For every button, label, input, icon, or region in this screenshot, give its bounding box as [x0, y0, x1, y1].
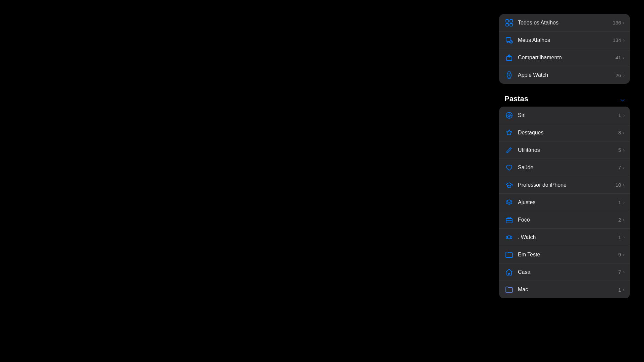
- folder-count-siri: 1: [618, 112, 621, 118]
- wrench-icon: [504, 145, 514, 155]
- share-icon: [504, 53, 514, 62]
- folder-count-casa: 7: [618, 269, 621, 275]
- folder-label-siri: Siri: [518, 112, 618, 118]
- chevron-icon-foco: ›: [623, 217, 625, 222]
- svg-rect-26: [508, 236, 511, 239]
- folder-count-professor-iphone: 10: [615, 182, 621, 188]
- folder-count-em-teste: 9: [618, 252, 621, 257]
- folder-count-watch: 1: [618, 234, 621, 240]
- pastas-header: Pastas ⌵: [499, 90, 630, 107]
- chevron-icon-meus: ›: [623, 38, 625, 43]
- folder-label-ajustes: Ajustes: [518, 199, 618, 205]
- chevron-icon-todos: ›: [623, 20, 625, 25]
- chevron-icon-apple-watch: ›: [623, 73, 625, 78]
- chevron-icon-saude: ›: [623, 165, 625, 170]
- chevron-icon-utilitarios: ›: [623, 147, 625, 153]
- folder-mac-icon: [504, 285, 514, 294]
- chevron-icon-em-teste: ›: [623, 252, 625, 257]
- category-item-compartilhamento[interactable]: Compartilhamento 41 ›: [499, 49, 630, 66]
- svg-rect-1: [510, 19, 513, 22]
- folder-item-utilitarios[interactable]: Utilitários 5 ›: [499, 141, 630, 159]
- siri-icon: [504, 111, 514, 120]
- category-section: Todos os Atalhos 136 › Meus Atalhos 134 …: [499, 14, 630, 84]
- svg-rect-12: [508, 77, 511, 78]
- svg-rect-11: [508, 72, 511, 73]
- apple-logo: : [518, 235, 520, 240]
- folder-count-destaques: 8: [618, 130, 621, 135]
- folder-label-em-teste: Em Teste: [518, 252, 618, 258]
- category-count-meus: 134: [613, 37, 621, 43]
- category-item-todos[interactable]: Todos os Atalhos 136 ›: [499, 14, 630, 32]
- home-icon: [504, 267, 514, 277]
- pastas-title: Pastas: [504, 95, 528, 103]
- svg-rect-2: [506, 23, 508, 26]
- folder-count-ajustes: 1: [618, 199, 621, 205]
- briefcase-icon: [504, 215, 514, 225]
- folder-item-mac[interactable]: Mac 1 ›: [499, 281, 630, 298]
- grad-icon: [504, 180, 514, 190]
- folder-blue-icon: [504, 250, 514, 259]
- chevron-icon-compartilhamento: ›: [623, 55, 625, 60]
- main-panel: Todos os Atalhos 136 › Meus Atalhos 134 …: [499, 14, 630, 298]
- svg-point-24: [506, 236, 507, 238]
- chevron-icon-casa: ›: [623, 269, 625, 275]
- chevron-icon-ajustes: ›: [623, 200, 625, 205]
- folder-item-watch[interactable]:  Watch 1 ›: [499, 229, 630, 246]
- star-icon: [504, 128, 514, 137]
- folder-count-foco: 2: [618, 217, 621, 223]
- folder-label-utilitarios: Utilitários: [518, 147, 618, 153]
- pastas-collapse-icon[interactable]: ⌵: [621, 95, 625, 103]
- category-item-meus[interactable]: Meus Atalhos 134 ›: [499, 32, 630, 49]
- svg-point-25: [511, 236, 512, 238]
- chevron-icon-professor-iphone: ›: [623, 182, 625, 187]
- grid-icon: [504, 18, 514, 27]
- folder-label-watch: Watch: [521, 234, 619, 240]
- folder-label-destaques: Destaques: [518, 130, 618, 136]
- svg-rect-3: [510, 23, 513, 26]
- folders-section: Siri 1 › Destaques 8 › Utilitários: [499, 107, 630, 298]
- folder-count-utilitarios: 5: [618, 147, 621, 153]
- category-item-apple-watch[interactable]: Apple Watch 26 ›: [499, 66, 630, 84]
- category-count-todos: 136: [613, 20, 621, 25]
- person-icon: [504, 36, 514, 45]
- category-count-apple-watch: 26: [615, 72, 621, 78]
- folder-item-em-teste[interactable]: Em Teste 9 ›: [499, 246, 630, 263]
- svg-point-16: [509, 115, 510, 116]
- folder-label-professor-iphone: Professor do iPhone: [518, 182, 615, 188]
- chevron-icon-mac: ›: [623, 287, 625, 292]
- folder-item-siri[interactable]: Siri 1 ›: [499, 107, 630, 124]
- layers-icon: [504, 198, 514, 207]
- folder-label-mac: Mac: [518, 287, 618, 293]
- category-label-meus: Meus Atalhos: [518, 37, 613, 43]
- chevron-icon-watch: ›: [623, 235, 625, 240]
- folder-item-casa[interactable]: Casa 7 ›: [499, 263, 630, 281]
- chevron-icon-destaques: ›: [623, 130, 625, 135]
- svg-point-13: [508, 74, 510, 76]
- folder-item-foco[interactable]: Foco 2 ›: [499, 211, 630, 229]
- folder-item-ajustes[interactable]: Ajustes 1 ›: [499, 194, 630, 211]
- folder-item-professor-iphone[interactable]: Professor do iPhone 10 ›: [499, 176, 630, 194]
- folder-label-saude: Saúde: [518, 165, 618, 171]
- category-count-compartilhamento: 41: [615, 55, 621, 60]
- heart-icon: [504, 163, 514, 172]
- folder-count-mac: 1: [618, 287, 621, 293]
- folder-count-saude: 7: [618, 165, 621, 170]
- folder-label-casa: Casa: [518, 269, 618, 275]
- watch-category-icon: [504, 70, 514, 80]
- chevron-icon-siri: ›: [623, 113, 625, 118]
- category-label-todos: Todos os Atalhos: [518, 20, 613, 26]
- category-label-compartilhamento: Compartilhamento: [518, 55, 615, 61]
- folder-item-destaques[interactable]: Destaques 8 ›: [499, 124, 630, 141]
- folder-label-foco: Foco: [518, 217, 618, 223]
- category-label-apple-watch: Apple Watch: [518, 72, 615, 78]
- folder-item-saude[interactable]: Saúde 7 ›: [499, 159, 630, 176]
- svg-rect-0: [506, 19, 508, 22]
- apple-watch-folder-icon: [504, 233, 514, 242]
